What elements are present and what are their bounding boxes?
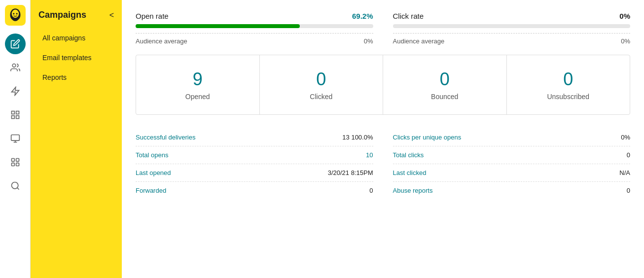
detail-forwarded-value: 0 <box>369 187 373 194</box>
main-content: Open rate 69.2% Audience average 0% Clic… <box>122 0 644 278</box>
detail-successful-deliveries-label: Successful deliveries <box>136 134 195 141</box>
sidebar-icon-search[interactable] <box>5 175 26 196</box>
left-details-col: Successful deliveries 13 100.0% Total op… <box>136 129 373 199</box>
svg-marker-7 <box>11 87 19 96</box>
detail-total-clicks-label: Total clicks <box>393 151 424 159</box>
detail-last-opened-label: Last opened <box>136 169 171 176</box>
nav-panel: Campaigns < All campaigns Email template… <box>31 0 122 278</box>
right-details-col: Clicks per unique opens 0% Total clicks … <box>393 129 631 199</box>
open-rate-audience-row: Audience average 0% <box>136 33 373 45</box>
stat-box-bounced-number: 0 <box>440 69 450 90</box>
sidebar-icon-dashboard[interactable] <box>5 152 26 173</box>
click-rate-value: 0% <box>619 12 630 20</box>
click-rate-audience-row: Audience average 0% <box>393 33 631 45</box>
top-stats-row: Open rate 69.2% Audience average 0% Clic… <box>136 12 630 45</box>
detail-abuse-reports: Abuse reports 0 <box>393 182 631 199</box>
detail-last-opened: Last opened 3/20/21 8:15PM <box>136 164 373 182</box>
stat-box-unsubscribed-number: 0 <box>563 69 573 90</box>
svg-rect-12 <box>11 135 19 141</box>
details-row: Successful deliveries 13 100.0% Total op… <box>136 129 630 199</box>
nav-item-all-campaigns[interactable]: All campaigns <box>35 29 118 47</box>
svg-rect-18 <box>11 163 14 166</box>
click-rate-audience-label: Audience average <box>393 37 445 45</box>
detail-last-clicked-label: Last clicked <box>393 169 427 176</box>
open-rate-audience-value: 0% <box>364 37 373 45</box>
svg-point-4 <box>16 13 17 14</box>
detail-clicks-per-unique: Clicks per unique opens 0% <box>393 129 631 146</box>
detail-total-opens-value: 10 <box>366 151 373 159</box>
detail-total-opens: Total opens 10 <box>136 146 373 164</box>
stat-boxes-row: 9 Opened 0 Clicked 0 Bounced 0 Unsubscri… <box>136 55 630 115</box>
svg-rect-11 <box>11 116 14 119</box>
svg-point-5 <box>12 18 18 21</box>
svg-rect-17 <box>16 163 19 166</box>
svg-point-19 <box>11 182 18 189</box>
svg-point-6 <box>12 64 16 68</box>
detail-clicks-per-unique-value: 0% <box>621 134 630 141</box>
svg-rect-15 <box>11 159 14 162</box>
svg-point-3 <box>13 13 14 14</box>
stat-box-unsubscribed-label: Unsubscribed <box>547 93 589 101</box>
svg-rect-9 <box>16 111 19 114</box>
open-rate-audience-label: Audience average <box>136 37 187 45</box>
stat-box-clicked-number: 0 <box>316 69 326 90</box>
detail-total-clicks: Total clicks 0 <box>393 146 631 164</box>
sidebar-icon-campaigns[interactable] <box>5 34 26 54</box>
sidebar-icon-content[interactable] <box>5 128 26 149</box>
open-rate-block: Open rate 69.2% Audience average 0% <box>136 12 373 45</box>
svg-rect-16 <box>16 159 19 162</box>
click-rate-header: Click rate 0% <box>393 12 631 20</box>
nav-panel-title: Campaigns <box>38 10 86 20</box>
detail-forwarded: Forwarded 0 <box>136 182 373 199</box>
nav-panel-collapse-button[interactable]: < <box>109 11 114 20</box>
svg-line-20 <box>17 188 19 190</box>
stat-box-bounced-label: Bounced <box>431 93 458 101</box>
detail-abuse-reports-value: 0 <box>627 187 630 194</box>
detail-clicks-per-unique-label: Clicks per unique opens <box>393 134 462 141</box>
click-rate-track <box>393 24 631 28</box>
sidebar-icon-automation[interactable] <box>5 81 26 102</box>
detail-total-clicks-value: 0 <box>627 151 630 159</box>
open-rate-fill <box>136 24 300 28</box>
open-rate-value: 69.2% <box>352 12 373 20</box>
detail-abuse-reports-label: Abuse reports <box>393 187 433 194</box>
stat-box-opened-number: 9 <box>193 69 203 90</box>
open-rate-header: Open rate 69.2% <box>136 12 373 20</box>
svg-rect-10 <box>16 116 19 119</box>
detail-last-clicked: Last clicked N/A <box>393 164 631 182</box>
click-rate-audience-value: 0% <box>621 37 630 45</box>
detail-successful-deliveries-value: 13 100.0% <box>342 134 373 141</box>
detail-successful-deliveries: Successful deliveries 13 100.0% <box>136 129 373 146</box>
detail-last-clicked-value: N/A <box>619 169 630 176</box>
nav-item-email-templates[interactable]: Email templates <box>35 49 118 67</box>
stat-box-opened-label: Opened <box>185 93 210 101</box>
detail-total-opens-label: Total opens <box>136 151 169 159</box>
stat-box-opened: 9 Opened <box>136 55 260 114</box>
click-rate-block: Click rate 0% Audience average 0% <box>393 12 631 45</box>
sidebar-icon-integrations[interactable] <box>5 104 26 125</box>
click-rate-label: Click rate <box>393 12 424 20</box>
nav-item-reports[interactable]: Reports <box>35 69 118 86</box>
detail-forwarded-label: Forwarded <box>136 187 166 194</box>
nav-panel-header: Campaigns < <box>31 6 122 28</box>
sidebar-icons <box>0 0 31 278</box>
stat-box-unsubscribed: 0 Unsubscribed <box>507 55 630 114</box>
stat-box-clicked: 0 Clicked <box>260 55 384 114</box>
sidebar-icon-contacts[interactable] <box>5 57 26 78</box>
stat-box-bounced: 0 Bounced <box>383 55 507 114</box>
stat-box-clicked-label: Clicked <box>310 93 332 101</box>
open-rate-track <box>136 24 373 28</box>
detail-last-opened-value: 3/20/21 8:15PM <box>328 169 373 176</box>
mailchimp-logo[interactable] <box>5 5 26 26</box>
open-rate-label: Open rate <box>136 12 169 20</box>
svg-rect-8 <box>11 111 14 114</box>
